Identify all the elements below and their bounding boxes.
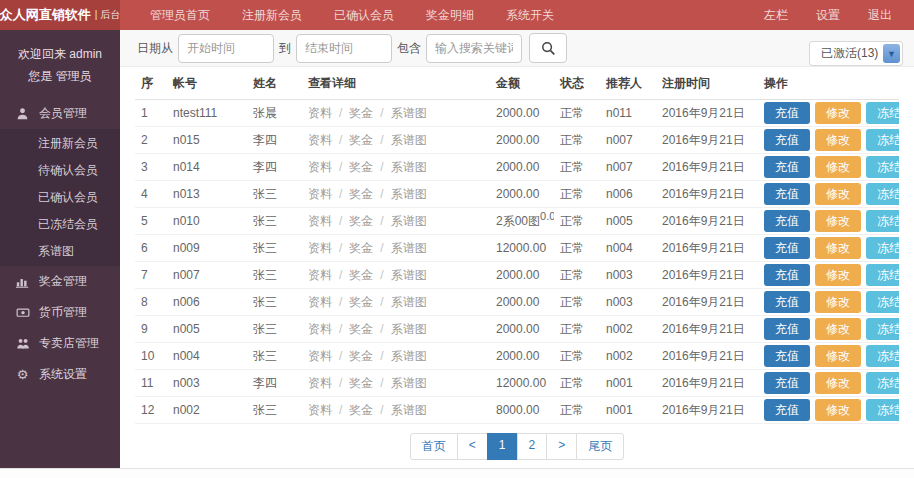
detail-link-系谱图[interactable]: 系谱图 — [391, 106, 427, 120]
action-button-修改[interactable]: 修改 — [815, 237, 861, 260]
detail-link-奖金[interactable]: 奖金 — [349, 106, 373, 120]
action-button-修改[interactable]: 修改 — [815, 399, 861, 422]
detail-link-资料[interactable]: 资料 — [308, 295, 332, 309]
topnav-item[interactable]: 已确认会员 — [318, 0, 410, 30]
detail-link-奖金[interactable]: 奖金 — [349, 268, 373, 282]
topnav-right-item[interactable]: 左栏 — [750, 0, 802, 30]
detail-link-奖金[interactable]: 奖金 — [349, 349, 373, 363]
detail-link-奖金[interactable]: 奖金 — [349, 241, 373, 255]
action-button-充值[interactable]: 充值 — [764, 102, 810, 125]
sidebar-item-奖金管理[interactable]: 奖金管理 — [0, 266, 120, 297]
detail-link-资料[interactable]: 资料 — [308, 268, 332, 282]
detail-link-奖金[interactable]: 奖金 — [349, 322, 373, 336]
detail-link-资料[interactable]: 资料 — [308, 403, 332, 417]
detail-link-奖金[interactable]: 奖金 — [349, 133, 373, 147]
topnav-item[interactable]: 注册新会员 — [226, 0, 318, 30]
action-button-冻结[interactable]: 冻结 — [866, 372, 899, 395]
detail-link-资料[interactable]: 资料 — [308, 376, 332, 390]
page-button-首页[interactable]: 首页 — [410, 433, 458, 460]
action-button-修改[interactable]: 修改 — [815, 129, 861, 152]
topnav-item[interactable]: 系统开关 — [490, 0, 570, 30]
detail-link-系谱图[interactable]: 系谱图 — [391, 187, 427, 201]
detail-link-系谱图[interactable]: 系谱图 — [391, 403, 427, 417]
action-button-冻结[interactable]: 冻结 — [866, 318, 899, 341]
detail-link-资料[interactable]: 资料 — [308, 241, 332, 255]
detail-link-系谱图[interactable]: 系谱图 — [391, 349, 427, 363]
detail-link-奖金[interactable]: 奖金 — [349, 187, 373, 201]
action-button-充值[interactable]: 充值 — [764, 210, 810, 233]
detail-link-资料[interactable]: 资料 — [308, 322, 332, 336]
detail-link-奖金[interactable]: 奖金 — [349, 214, 373, 228]
sidebar-subitem-注册新会员[interactable]: 注册新会员 — [0, 130, 120, 157]
action-button-充值[interactable]: 充值 — [764, 264, 810, 287]
page-button-<[interactable]: < — [457, 433, 488, 460]
sidebar-subitem-系谱图[interactable]: 系谱图 — [0, 238, 120, 265]
topnav-right-item[interactable]: 退出 — [854, 0, 906, 30]
detail-link-系谱图[interactable]: 系谱图 — [391, 214, 427, 228]
action-button-充值[interactable]: 充值 — [764, 237, 810, 260]
detail-link-资料[interactable]: 资料 — [308, 106, 332, 120]
action-button-修改[interactable]: 修改 — [815, 183, 861, 206]
sidebar-subitem-已冻结会员[interactable]: 已冻结会员 — [0, 211, 120, 238]
action-button-冻结[interactable]: 冻结 — [866, 156, 899, 179]
page-button->[interactable]: > — [546, 433, 577, 460]
action-button-冻结[interactable]: 冻结 — [866, 183, 899, 206]
detail-link-系谱图[interactable]: 系谱图 — [391, 295, 427, 309]
action-button-充值[interactable]: 充值 — [764, 399, 810, 422]
action-button-修改[interactable]: 修改 — [815, 318, 861, 341]
sidebar-item-系统设置[interactable]: ⚙系统设置 — [0, 359, 120, 390]
action-button-充值[interactable]: 充值 — [764, 183, 810, 206]
action-button-充值[interactable]: 充值 — [764, 129, 810, 152]
sidebar-item-货币管理[interactable]: 货币管理 — [0, 297, 120, 328]
detail-link-资料[interactable]: 资料 — [308, 133, 332, 147]
sidebar-item-专卖店管理[interactable]: 专卖店管理 — [0, 328, 120, 359]
topnav-item[interactable]: 奖金明细 — [410, 0, 490, 30]
detail-link-奖金[interactable]: 奖金 — [349, 295, 373, 309]
detail-link-资料[interactable]: 资料 — [308, 214, 332, 228]
topnav-right-item[interactable]: 设置 — [802, 0, 854, 30]
detail-link-奖金[interactable]: 奖金 — [349, 376, 373, 390]
action-button-充值[interactable]: 充值 — [764, 291, 810, 314]
action-button-修改[interactable]: 修改 — [815, 372, 861, 395]
detail-link-资料[interactable]: 资料 — [308, 187, 332, 201]
action-button-修改[interactable]: 修改 — [815, 156, 861, 179]
action-button-冻结[interactable]: 冻结 — [866, 264, 899, 287]
action-button-冻结[interactable]: 冻结 — [866, 345, 899, 368]
detail-link-系谱图[interactable]: 系谱图 — [391, 322, 427, 336]
action-button-修改[interactable]: 修改 — [815, 291, 861, 314]
keyword-input[interactable] — [426, 34, 522, 63]
date-from-input[interactable] — [178, 34, 274, 63]
detail-link-奖金[interactable]: 奖金 — [349, 403, 373, 417]
action-button-充值[interactable]: 充值 — [764, 345, 810, 368]
action-button-冻结[interactable]: 冻结 — [866, 129, 899, 152]
detail-link-系谱图[interactable]: 系谱图 — [391, 160, 427, 174]
action-button-冻结[interactable]: 冻结 — [866, 237, 899, 260]
action-button-冻结[interactable]: 冻结 — [866, 399, 899, 422]
date-to-input[interactable] — [296, 34, 392, 63]
sidebar-subitem-待确认会员[interactable]: 待确认会员 — [0, 157, 120, 184]
action-button-充值[interactable]: 充值 — [764, 372, 810, 395]
detail-link-奖金[interactable]: 奖金 — [349, 160, 373, 174]
action-button-修改[interactable]: 修改 — [815, 264, 861, 287]
detail-link-系谱图[interactable]: 系谱图 — [391, 376, 427, 390]
detail-link-资料[interactable]: 资料 — [308, 349, 332, 363]
search-button[interactable] — [529, 33, 567, 63]
detail-link-系谱图[interactable]: 系谱图 — [391, 241, 427, 255]
action-button-修改[interactable]: 修改 — [815, 102, 861, 125]
sidebar-subitem-已确认会员[interactable]: 已确认会员 — [0, 184, 120, 211]
action-button-冻结[interactable]: 冻结 — [866, 291, 899, 314]
action-button-充值[interactable]: 充值 — [764, 318, 810, 341]
sidebar-item-会员管理[interactable]: 会员管理 — [0, 98, 120, 129]
action-button-冻结[interactable]: 冻结 — [866, 210, 899, 233]
page-button-尾页[interactable]: 尾页 — [576, 433, 624, 460]
status-filter-select[interactable]: 已激活(13) ▼ — [809, 41, 903, 66]
action-button-充值[interactable]: 充值 — [764, 156, 810, 179]
page-button-1[interactable]: 1 — [487, 433, 518, 460]
action-button-修改[interactable]: 修改 — [815, 345, 861, 368]
action-button-冻结[interactable]: 冻结 — [866, 102, 899, 125]
action-button-修改[interactable]: 修改 — [815, 210, 861, 233]
page-button-2[interactable]: 2 — [517, 433, 548, 460]
detail-link-资料[interactable]: 资料 — [308, 160, 332, 174]
detail-link-系谱图[interactable]: 系谱图 — [391, 133, 427, 147]
detail-link-系谱图[interactable]: 系谱图 — [391, 268, 427, 282]
